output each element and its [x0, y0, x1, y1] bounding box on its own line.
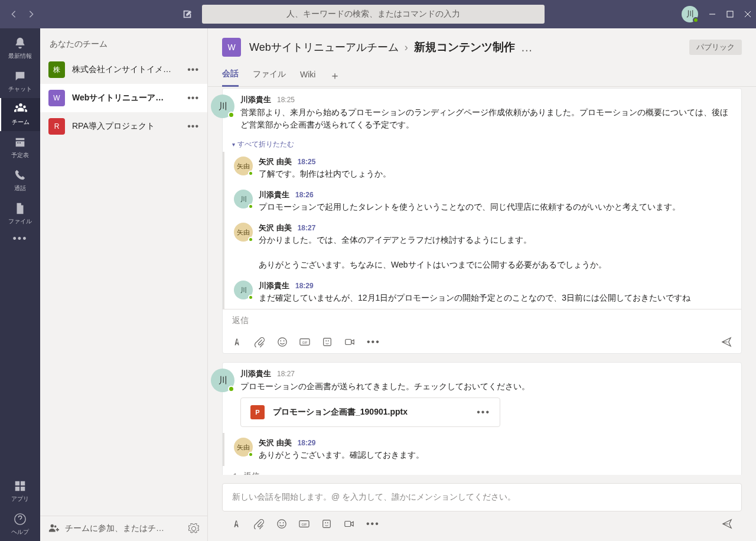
tab-add-icon[interactable]: ＋	[330, 69, 340, 83]
reply-toolbar: GIF •••	[223, 332, 741, 353]
powerpoint-icon: P	[250, 405, 265, 419]
send-icon[interactable]	[721, 337, 732, 347]
more-icon[interactable]: •••	[367, 337, 380, 347]
gif-icon[interactable]: GIF	[299, 337, 310, 347]
titlebar: 人、キーワードの検索、またはコマンドの入力 川	[0, 0, 756, 28]
file-attachment[interactable]: P プロモーション企画書_190901.pptx •••	[240, 397, 500, 427]
back-icon[interactable]	[9, 10, 18, 18]
message-thread: 川 川添貴生18:27 プロモーションの企画書が送られてきました。チェックしてお…	[222, 362, 742, 475]
send-icon[interactable]	[722, 519, 732, 529]
svg-point-8	[325, 340, 327, 341]
team-row[interactable]: 株 株式会社インサイトイメ… •••	[40, 56, 207, 84]
reply-time: 18:26	[295, 191, 314, 199]
format-icon[interactable]	[232, 519, 242, 529]
svg-rect-19	[345, 522, 351, 527]
maximize-icon[interactable]	[726, 11, 734, 18]
breadcrumb-channel[interactable]: 新規コンテンツ制作	[414, 40, 515, 55]
meetnow-icon[interactable]	[344, 519, 354, 529]
join-team-icon[interactable]	[48, 523, 59, 534]
tab-wiki[interactable]: Wiki	[300, 66, 315, 85]
reply-time: 18:29	[298, 439, 316, 447]
svg-text:GIF: GIF	[302, 523, 308, 526]
nav-arrows	[5, 10, 40, 18]
reply: 矢由 矢沢 由美18:29 ありがとうございます。確認しておきます。	[224, 433, 741, 466]
attach-icon[interactable]	[254, 519, 265, 529]
meetnow-icon[interactable]	[344, 337, 355, 347]
svg-point-17	[325, 522, 326, 523]
rail-help[interactable]: ヘルプ	[0, 508, 40, 541]
reply-text: 分かりました。では、全体のアイデアとラフだけ検討するようにします。ありがとうござ…	[259, 234, 732, 271]
new-conversation-input[interactable]: 新しい会話を開始します。@ を入力して、誰かにメンションしてください。	[222, 483, 742, 511]
svg-rect-16	[323, 520, 331, 528]
tab-files[interactable]: ファイル	[253, 66, 286, 86]
chevron-right-icon: ›	[405, 41, 408, 54]
rail-files[interactable]: ファイル	[0, 197, 40, 230]
privacy-badge: パブリック	[689, 40, 742, 55]
attach-icon[interactable]	[255, 337, 265, 347]
sticker-icon[interactable]	[321, 519, 332, 529]
search-input[interactable]: 人、キーワードの検索、またはコマンドの入力	[202, 5, 545, 24]
team-row[interactable]: W Webサイトリニューア… •••	[40, 84, 207, 112]
reply-text: プロモーションで起用したタレントを使うということなので、同じ代理店に依頼するのが…	[259, 201, 732, 213]
file-more-icon[interactable]: •••	[477, 407, 490, 418]
reply: 川 川添貴生18:26 プロモーションで起用したタレントを使うということなので、…	[224, 185, 741, 218]
svg-point-11	[278, 520, 286, 528]
svg-point-2	[278, 338, 286, 346]
svg-rect-0	[727, 11, 733, 17]
forward-icon[interactable]	[27, 10, 35, 18]
more-icon[interactable]: •••	[366, 519, 380, 529]
join-team-label[interactable]: チームに参加、またはチ…	[65, 523, 183, 534]
svg-point-4	[284, 340, 285, 341]
team-row[interactable]: R RPA導入プロジェクト •••	[40, 112, 207, 141]
minimize-icon[interactable]	[709, 11, 716, 18]
team-more-icon[interactable]: •••	[187, 121, 199, 132]
message-author: 川添貴生	[240, 94, 271, 105]
compose-icon[interactable]	[182, 9, 193, 19]
emoji-icon[interactable]	[277, 337, 288, 347]
gear-icon[interactable]	[188, 523, 199, 534]
svg-point-18	[327, 522, 328, 523]
channel-pane: W Webサイトリニューアルチーム › 新規コンテンツ制作 … パブリック 会話…	[208, 28, 756, 541]
message-thread: 川 川添貴生18:25 営業部より、来月から始めるプロモーションのランディングペ…	[222, 88, 742, 354]
emoji-icon[interactable]	[276, 519, 287, 529]
reply-author: 矢沢 由美	[259, 157, 292, 167]
breadcrumb-team[interactable]: Webサイトリニューアルチーム	[249, 40, 399, 54]
rail-calls[interactable]: 通話	[0, 164, 40, 197]
reply-input[interactable]: 返信	[223, 309, 741, 332]
close-icon[interactable]	[744, 11, 751, 18]
gif-icon[interactable]: GIF	[299, 519, 309, 529]
team-name: RPA導入プロジェクト	[72, 121, 180, 132]
rail-activity[interactable]: 最新情報	[0, 32, 40, 65]
channel-more-icon[interactable]: …	[521, 41, 534, 54]
rail-apps[interactable]: アプリ	[0, 475, 40, 508]
reply-link[interactable]: 返信	[223, 466, 741, 475]
message-text: 営業部より、来月から始めるプロモーションのランディングページ作成依頼がありました…	[240, 106, 732, 131]
tab-conversations[interactable]: 会話	[222, 65, 239, 87]
sticker-icon[interactable]	[322, 337, 333, 347]
avatar: 川	[211, 369, 234, 392]
reply: 矢由 矢沢 由美18:25 了解です。制作は社内でしょうか。	[224, 152, 741, 185]
reply-time: 18:29	[295, 282, 314, 290]
avatar: 矢由	[234, 438, 253, 457]
reply-time: 18:27	[298, 224, 316, 232]
reply-time: 18:25	[298, 158, 316, 166]
avatar: 川	[234, 190, 253, 208]
reply-text: まだ確定していませんが、12月1日がプロモーションの開始予定とのことなので、3日…	[259, 292, 732, 304]
avatar: 川	[211, 94, 234, 118]
team-more-icon[interactable]: •••	[187, 64, 199, 75]
reply-text: 了解です。制作は社内でしょうか。	[259, 168, 732, 180]
user-avatar[interactable]: 川	[682, 6, 698, 22]
rail-teams[interactable]: チーム	[0, 98, 40, 131]
format-icon[interactable]	[232, 337, 243, 347]
rail-calendar[interactable]: 予定表	[0, 131, 40, 164]
svg-text:GIF: GIF	[302, 341, 308, 344]
rail-chat[interactable]: チャット	[0, 65, 40, 98]
collapse-all-link[interactable]: すべて折りたたむ	[223, 137, 741, 152]
team-more-icon[interactable]: •••	[187, 93, 199, 103]
file-name: プロモーション企画書_190901.pptx	[273, 407, 468, 418]
team-name: Webサイトリニューア…	[72, 93, 180, 103]
svg-point-9	[328, 340, 329, 341]
team-avatar: R	[48, 118, 65, 135]
svg-point-3	[280, 340, 281, 341]
rail-more[interactable]: •••	[13, 233, 28, 245]
